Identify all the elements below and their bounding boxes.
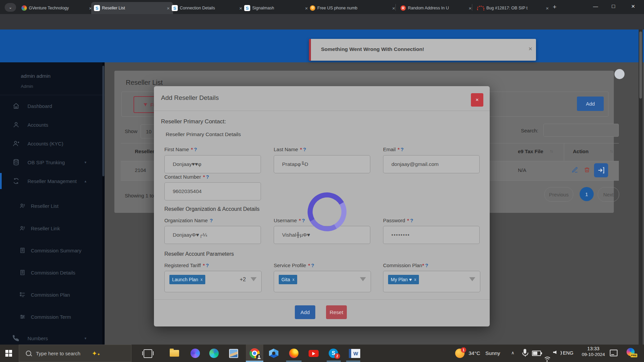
copilot-icon[interactable]: PRE — [627, 348, 635, 356]
modal-add-button[interactable]: Add — [295, 305, 315, 319]
sidebar-item-dashboard[interactable]: Dashboard — [0, 97, 105, 115]
tab-free-us-phone[interactable]: Free US phone numb × — [307, 2, 398, 14]
file-explorer-icon[interactable] — [170, 350, 179, 357]
skype-icon[interactable]: S 2 — [329, 349, 338, 358]
login-as-reseller-button[interactable] — [594, 163, 608, 177]
tab-title: Signalmash — [252, 6, 302, 10]
sidebar-item-commission-plan[interactable]: Commission Plan — [0, 285, 105, 304]
contact-number-input[interactable] — [164, 182, 261, 200]
pagination-previous-button[interactable]: Previous — [544, 187, 573, 202]
help-icon[interactable]: ? — [303, 146, 306, 152]
help-icon[interactable]: ? — [400, 146, 404, 152]
sidebar-item-accounts-kyc[interactable]: Accounts (KYC) — [0, 134, 105, 153]
chip-remove-icon[interactable]: x — [292, 277, 294, 282]
battery-icon[interactable] — [532, 351, 541, 356]
chrome-taskbar-tile[interactable] — [246, 345, 263, 362]
speaker-icon[interactable] — [553, 351, 556, 354]
sort-icon[interactable]: ↑↓ — [550, 149, 552, 154]
chevron-up-icon: ▴ — [85, 179, 87, 183]
word-icon[interactable]: W — [349, 349, 360, 358]
add-reseller-button[interactable]: Add — [577, 97, 604, 111]
youtube-icon[interactable] — [309, 350, 319, 357]
chip-remove-icon[interactable]: x — [201, 277, 203, 282]
tab-gventure[interactable]: GVenture Technology × — [19, 2, 95, 14]
tab-search-chevron-icon[interactable]: ⌄ — [5, 3, 16, 12]
column-header-action[interactable]: Action — [573, 148, 589, 154]
microphone-icon[interactable] — [522, 349, 528, 357]
tab-signalmash[interactable]: S Signalmash × — [241, 2, 311, 14]
sidebar-item-accounts[interactable]: Accounts — [0, 115, 105, 134]
tab-reseller-list[interactable]: S Reseller List × — [91, 2, 173, 14]
window-close-button[interactable]: × — [631, 3, 635, 10]
home-icon — [13, 103, 19, 109]
organization-name-input[interactable] — [164, 226, 261, 244]
registered-tariff-label: Registered Tariff*? — [164, 262, 209, 268]
pagination-next-button[interactable]: Next — [598, 187, 619, 202]
last-name-input[interactable] — [274, 155, 370, 173]
email-input[interactable] — [383, 155, 480, 173]
sidebar-scrollbar[interactable] — [102, 62, 104, 345]
start-button[interactable] — [5, 350, 12, 357]
page-scrollbar[interactable] — [639, 29, 643, 345]
column-header-e9[interactable]: e9 Tax File — [518, 148, 543, 154]
running-indicator-word — [346, 361, 360, 362]
help-icon[interactable]: ? — [210, 218, 213, 223]
sidebar-item-reseller-link[interactable]: Reseller Link — [0, 219, 105, 238]
language-indicator[interactable]: ENG — [563, 350, 573, 356]
taskbar-search-placeholder: Type here to search — [36, 351, 80, 356]
help-icon[interactable]: ? — [206, 174, 209, 180]
modal-reset-button[interactable]: Reset — [326, 305, 347, 319]
delete-trash-icon[interactable] — [584, 167, 590, 173]
commission-plan-select[interactable]: My Plan ♥x — [383, 271, 480, 292]
sidebar-item-commission-details[interactable]: Commission Details — [0, 263, 105, 282]
commission-chip: My Plan ♥x — [388, 275, 419, 284]
tab-bug-12817[interactable]: Bug #12817: OB SIP t × — [474, 2, 552, 14]
tab-connection-details[interactable]: S Connection Details × — [169, 2, 246, 14]
user-icon — [13, 121, 19, 128]
registered-tariff-select[interactable]: Launch Planx +2 — [164, 271, 262, 292]
notification-center-icon[interactable] — [610, 350, 618, 356]
search-input[interactable] — [543, 124, 619, 137]
chevron-down-icon — [251, 277, 257, 281]
help-icon[interactable]: ? — [206, 262, 209, 268]
edit-pencil-icon[interactable] — [572, 167, 578, 173]
wifi-icon[interactable] — [543, 357, 551, 362]
sidebar-item-reseller-list[interactable]: Reseller List — [0, 196, 105, 215]
sidebar-item-ob-sip-trunking[interactable]: OB SIP Trunking ▾ — [0, 153, 105, 172]
help-icon[interactable]: ? — [425, 262, 428, 268]
window-maximize-button[interactable]: □ — [612, 3, 615, 9]
new-tab-button[interactable]: + — [553, 3, 556, 11]
password-input[interactable] — [383, 226, 480, 244]
tray-chevron-up-icon[interactable]: ∧ — [511, 350, 515, 355]
photo-viewer-icon[interactable] — [229, 349, 238, 358]
sidebar-item-commission-term[interactable]: Commission Term — [0, 307, 105, 326]
designer-app-icon[interactable] — [191, 349, 200, 358]
taskbar-search-box[interactable]: Type here to search ✦✦ — [19, 345, 131, 362]
sidebar-item-commission-summary[interactable]: Commission Summary — [0, 241, 105, 260]
weather-condition[interactable]: Sunny — [485, 350, 500, 356]
firefox-icon[interactable] — [289, 349, 299, 358]
window-minimize-button[interactable]: — — [593, 3, 598, 9]
sidebar-item-reseller-management[interactable]: Reseller Management ▴ — [0, 172, 105, 190]
toast-close-icon[interactable]: ✕ — [528, 46, 533, 52]
weather-sun-icon[interactable]: 1 — [455, 349, 465, 358]
edge-icon[interactable] — [209, 349, 219, 358]
showing-entries-text: Showing 1 to — [125, 193, 154, 198]
tab-random-address[interactable]: R Random Address In U × — [398, 2, 475, 14]
pagination-page-1[interactable]: 1 — [580, 187, 594, 201]
help-icon[interactable]: ? — [410, 218, 413, 223]
first-name-input[interactable] — [164, 155, 261, 173]
clock[interactable]: 13:33 09-10-2024 — [579, 346, 608, 357]
help-icon[interactable]: ? — [194, 146, 197, 152]
task-view-icon[interactable] — [144, 349, 152, 358]
modal-close-button[interactable]: ✕ — [471, 93, 483, 107]
weather-temp[interactable]: 34°C — [469, 350, 480, 356]
header-avatar[interactable] — [614, 69, 625, 79]
service-profile-select[interactable]: Gitax — [274, 271, 371, 292]
sort-icon[interactable]: ↑↓ — [610, 149, 612, 154]
chip-remove-icon[interactable]: x — [414, 277, 416, 282]
help-icon[interactable]: ? — [311, 262, 314, 268]
help-icon[interactable]: ? — [302, 218, 305, 223]
column-header-reseller[interactable]: Reseller — [135, 148, 154, 154]
tab-close-icon[interactable]: × — [545, 5, 549, 11]
